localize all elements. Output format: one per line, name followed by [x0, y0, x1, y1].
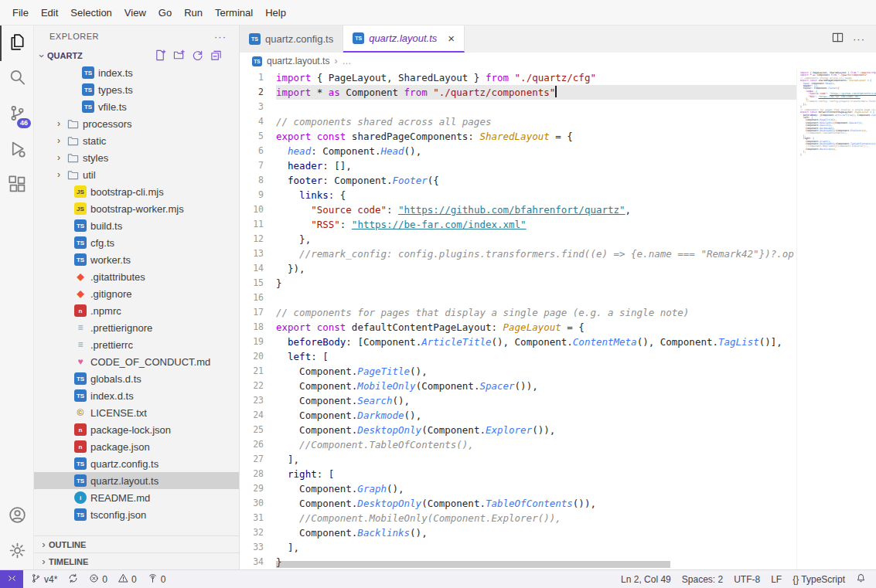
line-content[interactable]: }: [276, 276, 796, 291]
code-editor[interactable]: 1import { PageLayout, SharedLayout } fro…: [240, 70, 796, 569]
tree-item-gitignore[interactable]: ◆.gitignore: [34, 285, 239, 302]
line-content[interactable]: beforeBody: [Component.ArticleTitle(), C…: [276, 335, 796, 349]
line-content[interactable]: [276, 100, 796, 114]
explorer-section-header[interactable]: › QUARTZ: [34, 47, 239, 64]
tree-item-bootstrap-worker-mjs[interactable]: JSbootstrap-worker.mjs: [34, 200, 239, 217]
status-eol[interactable]: LF: [765, 570, 787, 588]
status-branch[interactable]: v4*: [26, 570, 63, 588]
minimap[interactable]: import { PageLayout, SharedLayout } from…: [796, 70, 876, 569]
code-line-23[interactable]: 23 Component.Search(),: [240, 393, 796, 408]
line-content[interactable]: left: [: [276, 349, 796, 364]
line-content[interactable]: export const defaultContentPageLayout: P…: [276, 320, 796, 335]
code-line-10[interactable]: 10 "Source code": "https://github.com/bf…: [240, 202, 796, 217]
line-content[interactable]: Component.Darkmode(),: [276, 408, 796, 423]
code-line-14[interactable]: 14 }),: [240, 261, 796, 276]
code-line-8[interactable]: 8 footer: Component.Footer({: [240, 173, 796, 188]
line-content[interactable]: //Component.TableOfContents(),: [276, 437, 796, 452]
split-editor-icon[interactable]: [832, 32, 844, 46]
code-line-27[interactable]: 27 ],: [240, 452, 796, 467]
tree-item-prettierignore[interactable]: ≡.prettierignore: [34, 319, 239, 336]
new-folder-icon[interactable]: [173, 49, 185, 63]
tree-item-readme-md[interactable]: iREADME.md: [34, 489, 239, 506]
code-line-20[interactable]: 20 left: [: [240, 349, 796, 364]
line-content[interactable]: // components shared across all pages: [276, 114, 796, 129]
menu-edit[interactable]: Edit: [35, 5, 64, 21]
code-line-22[interactable]: 22 Component.MobileOnly(Component.Spacer…: [240, 379, 796, 393]
tree-item-globals-d-ts[interactable]: TSglobals.d.ts: [34, 370, 239, 387]
new-file-icon[interactable]: [155, 49, 166, 63]
code-line-25[interactable]: 25 Component.DesktopOnly(Component.Explo…: [240, 423, 796, 437]
status-cursor-position[interactable]: Ln 2, Col 49: [615, 570, 677, 588]
code-line-6[interactable]: 6 head: Component.Head(),: [240, 144, 796, 158]
line-content[interactable]: Component.Search(),: [276, 393, 796, 408]
line-content[interactable]: "Source code": "https://github.com/bfahr…: [276, 202, 796, 217]
line-content[interactable]: Component.Graph(),: [276, 481, 796, 496]
status-errors[interactable]: 0: [84, 570, 113, 588]
tree-item-package-json[interactable]: npackage.json: [34, 438, 239, 455]
menu-terminal[interactable]: Terminal: [209, 5, 259, 21]
tree-item-vfile-ts[interactable]: TSvfile.ts: [34, 98, 239, 115]
activity-settings[interactable]: [0, 534, 33, 569]
status-sync[interactable]: [63, 570, 84, 588]
tree-item-gitattributes[interactable]: ◆.gitattributes: [34, 268, 239, 285]
line-content[interactable]: head: Component.Head(),: [276, 144, 796, 158]
code-line-16[interactable]: 16: [240, 291, 796, 305]
tree-item-tsconfig-json[interactable]: TStsconfig.json: [34, 506, 239, 523]
tab-quartz-layout-ts[interactable]: TSquartz.layout.ts×: [343, 25, 465, 53]
activity-extensions[interactable]: [0, 168, 33, 203]
line-content[interactable]: Component.MobileOnly(Component.Spacer())…: [276, 379, 796, 393]
menu-selection[interactable]: Selection: [64, 5, 118, 21]
tree-item-quartz-config-ts[interactable]: TSquartz.config.ts: [34, 455, 239, 472]
status-language[interactable]: {} TypeScript: [787, 570, 850, 588]
activity-source-control[interactable]: 46: [0, 97, 33, 132]
tree-item-styles[interactable]: ›styles: [34, 149, 239, 166]
tree-item-util[interactable]: ›util: [34, 166, 239, 183]
status-ports[interactable]: 0: [142, 570, 172, 588]
line-content[interactable]: header: [],: [276, 158, 796, 173]
line-content[interactable]: import { PageLayout, SharedLayout } from…: [276, 70, 796, 85]
tree-item-index-ts[interactable]: TSindex.ts: [34, 64, 239, 81]
tree-item-license-txt[interactable]: ©LICENSE.txt: [34, 404, 239, 421]
status-indentation[interactable]: Spaces: 2: [677, 570, 728, 588]
line-content[interactable]: import * as Component from "./quartz/com…: [276, 85, 796, 100]
tree-item-index-d-ts[interactable]: TSindex.d.ts: [34, 387, 239, 404]
tree-item-bootstrap-cli-mjs[interactable]: JSbootstrap-cli.mjs: [34, 183, 239, 200]
menu-view[interactable]: View: [118, 5, 152, 21]
code-line-4[interactable]: 4// components shared across all pages: [240, 114, 796, 129]
tree-item-package-lock-json[interactable]: npackage-lock.json: [34, 421, 239, 438]
tree-item-code-of-conduct-md[interactable]: ♥CODE_OF_CONDUCT.md: [34, 353, 239, 370]
code-line-2[interactable]: 2import * as Component from "./quartz/co…: [240, 85, 796, 100]
panel-outline[interactable]: ›OUTLINE: [34, 535, 239, 552]
code-line-30[interactable]: 30 Component.DesktopOnly(Component.Table…: [240, 496, 796, 511]
line-content[interactable]: Component.Backlinks(),: [276, 525, 796, 540]
activity-run-debug[interactable]: [0, 132, 33, 168]
breadcrumb-more[interactable]: …: [342, 56, 351, 66]
code-line-31[interactable]: 31 //Component.MobileOnly(Component.Expl…: [240, 511, 796, 525]
code-line-9[interactable]: 9 links: {: [240, 188, 796, 202]
activity-search[interactable]: [0, 61, 33, 97]
line-content[interactable]: ],: [276, 540, 796, 555]
tree-item-cfg-ts[interactable]: TScfg.ts: [34, 234, 239, 251]
tab-quartz-config-ts[interactable]: TSquartz.config.ts: [240, 25, 343, 53]
code-line-7[interactable]: 7 header: [],: [240, 158, 796, 173]
activity-accounts[interactable]: [0, 498, 33, 534]
code-line-24[interactable]: 24 Component.Darkmode(),: [240, 408, 796, 423]
line-content[interactable]: right: [: [276, 467, 796, 481]
line-content[interactable]: Component.DesktopOnly(Component.TableOfC…: [276, 496, 796, 511]
menu-file[interactable]: File: [6, 5, 35, 21]
line-content[interactable]: //remark_config: config.plugins.transfor…: [276, 246, 796, 261]
tree-item-static[interactable]: ›static: [34, 132, 239, 149]
code-line-29[interactable]: 29 Component.Graph(),: [240, 481, 796, 496]
line-content[interactable]: export const sharedPageComponents: Share…: [276, 129, 796, 144]
code-line-13[interactable]: 13 //remark_config: config.plugins.trans…: [240, 246, 796, 261]
horizontal-scrollbar[interactable]: [276, 561, 670, 568]
status-warnings[interactable]: 0: [113, 570, 142, 588]
code-line-21[interactable]: 21 Component.PageTitle(),: [240, 364, 796, 379]
line-content[interactable]: links: {: [276, 188, 796, 202]
collapse-all-icon[interactable]: [210, 49, 222, 63]
breadcrumb[interactable]: TSquartz.layout.ts›…: [240, 53, 876, 70]
code-line-18[interactable]: 18export const defaultContentPageLayout:…: [240, 320, 796, 335]
line-content[interactable]: "RSS": "https://be-far.com/index.xml": [276, 217, 796, 232]
code-line-15[interactable]: 15}: [240, 276, 796, 291]
menu-help[interactable]: Help: [259, 5, 292, 21]
